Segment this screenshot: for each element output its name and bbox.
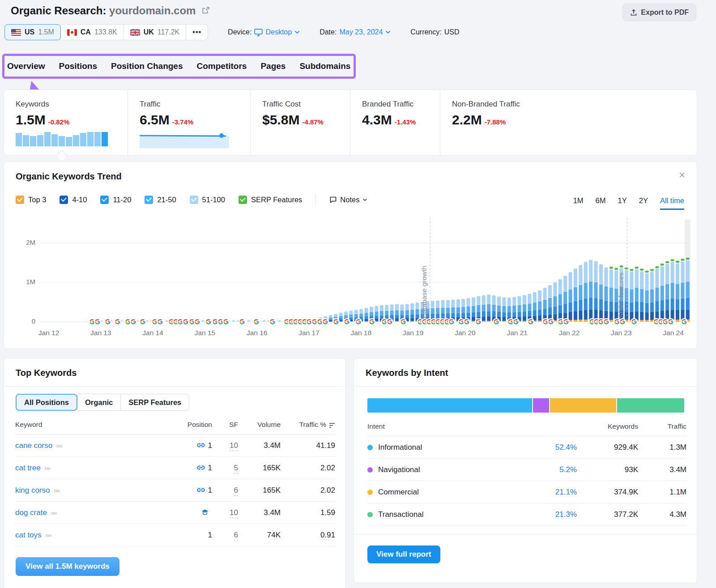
legend-top3[interactable]: Top 3	[16, 196, 46, 204]
double-chevron-icon[interactable]: »»	[45, 531, 51, 539]
intent-pct[interactable]: 52.4%	[555, 443, 577, 452]
serp-features-count[interactable]: 5	[234, 464, 238, 473]
intent-bar-segment[interactable]	[617, 398, 684, 413]
table-row[interactable]: Informational 52.4% 929.4K 1.3M	[367, 436, 686, 459]
legend-51-100[interactable]: 51-100	[190, 196, 225, 204]
keyword-link[interactable]: cat tree	[15, 464, 41, 472]
checkbox-21-50[interactable]	[145, 196, 153, 204]
double-chevron-icon[interactable]: »»	[56, 442, 62, 449]
metric-branded-traffic[interactable]: Branded Traffic 4.3M-1.43%	[350, 90, 440, 155]
checkbox-serp-features[interactable]	[239, 196, 247, 204]
metric-traffic-cost[interactable]: Traffic Cost $5.8M-4.87%	[250, 90, 350, 155]
google-update-icon	[681, 318, 688, 325]
legend-4-10[interactable]: 4-10	[60, 196, 87, 204]
metric-traffic[interactable]: Traffic 6.5M-3.74%	[128, 90, 250, 155]
note-flag-icon	[329, 196, 337, 204]
country-tab-ca[interactable]: CA 133.8K	[60, 24, 124, 40]
tab-serp-features[interactable]: SERP Features	[120, 394, 189, 411]
legend-11-20[interactable]: 11-20	[100, 196, 131, 204]
country-value: 1.5M	[38, 28, 54, 36]
date-selector[interactable]: May 23, 2024	[339, 28, 391, 36]
tab-competitors[interactable]: Competitors	[196, 61, 247, 71]
checkbox-11-20[interactable]	[100, 196, 109, 204]
range-1y[interactable]: 1Y	[618, 196, 627, 210]
tab-overview[interactable]: Overview	[7, 61, 45, 71]
metric-non-branded-traffic[interactable]: Non-Branded Traffic 2.2M-7.88%	[440, 90, 697, 155]
tab-organic[interactable]: Organic	[77, 394, 121, 411]
legend-serp-features[interactable]: SERP Features	[239, 196, 302, 204]
chevron-down-icon	[362, 198, 367, 201]
table-row[interactable]: Navigational 5.2% 93K 3.4M	[367, 459, 686, 481]
checkbox-4-10[interactable]	[60, 196, 68, 204]
intent-bar-segment[interactable]	[367, 398, 533, 413]
keyword-link[interactable]: cat toys	[15, 531, 42, 539]
country-tabs: US 1.5M CA 133.8K UK 117.2K •••	[4, 24, 208, 40]
notes-dropdown[interactable]: Notes	[329, 196, 367, 204]
intent-bar-segment[interactable]	[533, 398, 550, 413]
uk-flag-icon	[130, 29, 140, 36]
svg-text:Jan 23: Jan 23	[611, 329, 632, 337]
view-full-report-button[interactable]: View full report	[367, 545, 440, 563]
double-chevron-icon[interactable]: »»	[44, 464, 50, 472]
google-update-icon	[667, 318, 674, 325]
table-row[interactable]: Transactional 21.3% 377.2K 4.3M	[367, 503, 686, 526]
col-traffic-pct[interactable]: Traffic %	[281, 417, 335, 435]
close-icon[interactable]: ×	[679, 170, 685, 180]
serp-features-count[interactable]: 6	[234, 486, 238, 496]
legend-21-50[interactable]: 21-50	[145, 196, 176, 204]
external-link-icon[interactable]	[201, 6, 210, 15]
tab-position-changes[interactable]: Position Changes	[111, 61, 183, 71]
device-selector[interactable]: Desktop	[254, 28, 300, 36]
table-row[interactable]: Commercial 21.1% 374.9K 1.1M	[367, 481, 686, 503]
col-keywords: Keywords	[577, 419, 638, 436]
serp-features-count[interactable]: 10	[230, 441, 238, 451]
intent-pct[interactable]: 21.1%	[555, 488, 577, 496]
svg-text:2M: 2M	[26, 239, 35, 246]
volume-value: 3.4M	[264, 508, 281, 517]
table-row[interactable]: cat tree»» 1 5 165K 2.02	[15, 457, 335, 479]
country-tab-us[interactable]: US 1.5M	[4, 24, 61, 40]
tab-subdomains[interactable]: Subdomains	[299, 61, 350, 71]
keyword-link[interactable]: dog crate	[15, 508, 47, 517]
metric-value: $5.8M	[262, 112, 299, 128]
tab-all-positions[interactable]: All Positions	[16, 394, 77, 411]
range-all-time[interactable]: All time	[660, 196, 684, 210]
organic-keywords-trend-chart[interactable]: 2M1M0Jan 12Jan 13Jan 14Jan 15Jan 16Jan 1…	[4, 212, 697, 346]
serp-features-count[interactable]: 6	[234, 531, 238, 541]
table-row[interactable]: king corso»» 1 6 165K 2.02	[15, 479, 335, 502]
double-chevron-icon[interactable]: »»	[51, 509, 56, 516]
table-row[interactable]: cat toys»» 1 6 74K 0.91	[15, 524, 335, 546]
country-tab-uk[interactable]: UK 117.2K	[124, 24, 187, 40]
table-row[interactable]: cane corso»» 1 10 3.4M 41.19	[15, 435, 335, 457]
tab-positions[interactable]: Positions	[59, 61, 98, 71]
intent-bar-segment[interactable]	[550, 398, 617, 413]
view-all-keywords-button[interactable]: View all 1.5M keywords	[16, 557, 119, 576]
range-2y[interactable]: 2Y	[639, 196, 648, 210]
col-pct	[524, 419, 577, 436]
double-chevron-icon[interactable]: »»	[53, 486, 59, 494]
tab-pages[interactable]: Pages	[260, 61, 286, 71]
intent-pct[interactable]: 21.3%	[555, 510, 577, 519]
col-intent: Intent	[367, 419, 524, 436]
export-to-pdf-button[interactable]: Export to PDF	[622, 4, 696, 21]
serp-features-count[interactable]: 10	[230, 508, 238, 518]
more-countries-button[interactable]: •••	[186, 24, 208, 40]
metric-label: Branded Traffic	[362, 100, 440, 109]
checkbox-51-100[interactable]	[190, 196, 198, 204]
metric-value: 6.5M	[140, 112, 170, 128]
metric-keywords[interactable]: Keywords 1.5M-0.82%	[4, 90, 128, 155]
divider	[354, 534, 697, 534]
range-1m[interactable]: 1M	[573, 196, 584, 210]
divider	[315, 194, 316, 205]
metric-label: Keywords	[16, 100, 128, 109]
intent-pct[interactable]: 5.2%	[559, 465, 577, 474]
keyword-link[interactable]: cane corso	[15, 441, 52, 450]
range-6m[interactable]: 6M	[596, 196, 606, 210]
table-row[interactable]: dog crate»» 10 3.4M 1.59	[15, 502, 335, 524]
checkbox-top3[interactable]	[16, 196, 24, 204]
keyword-link[interactable]: king corso	[15, 486, 50, 494]
svg-text:SERP features: SERP features	[617, 273, 625, 318]
intent-distribution-bar[interactable]	[367, 398, 684, 413]
top-keywords-table: Keyword Position SF Volume Traffic % can…	[15, 417, 335, 546]
sort-icon[interactable]	[329, 423, 335, 428]
